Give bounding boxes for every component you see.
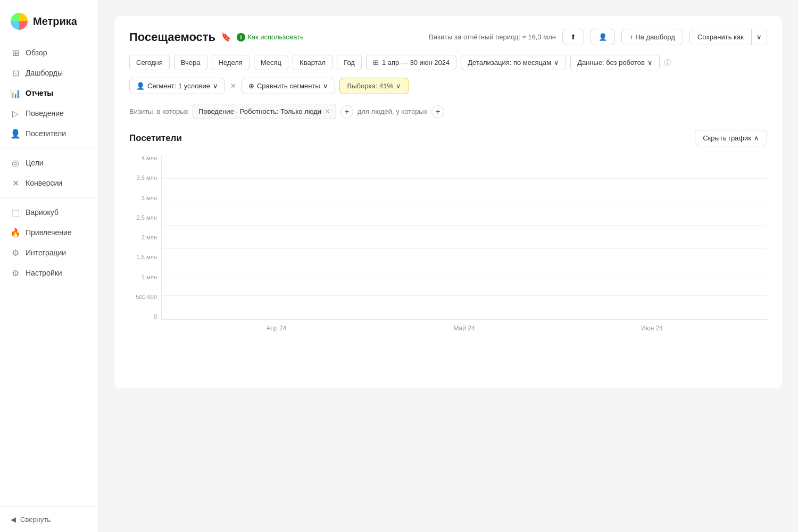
compare-label: Сравнить сегменты [257, 82, 320, 90]
sidebar-item-label: Посетители [26, 129, 66, 138]
export-button[interactable]: ⬆ [562, 29, 584, 45]
sidebar-item-label: Цели [26, 159, 44, 167]
x-label-group-apr: Апр 24 [207, 323, 346, 332]
chart-header: Посетители Скрыть график ∧ [129, 130, 767, 146]
segment-close-button[interactable]: ✕ [229, 81, 237, 91]
collapse-arrow-icon: ◀ [11, 516, 16, 523]
y-label-25m: 2,5 млн [137, 214, 157, 221]
save-dropdown-button[interactable]: ∨ [751, 29, 767, 45]
y-label-35m: 3,5 млн [137, 174, 157, 181]
data-text: Данные: без роботов [577, 59, 645, 66]
x-label-apr: Апр 24 [267, 325, 287, 332]
period-year-button[interactable]: Год [337, 55, 362, 70]
add-filter-button[interactable]: + [340, 105, 353, 118]
segment-icon: 👤 [136, 82, 145, 90]
add-to-dashboard-button[interactable]: + На дашборд [621, 29, 683, 45]
detail-text: Детализация: по месяцам [468, 59, 551, 66]
sidebar-item-label: Привлечение [26, 228, 72, 237]
sidebar-item-overview[interactable]: ⊞ Обзор [0, 43, 98, 63]
x-label-jun: Июн 24 [641, 325, 663, 332]
save-button-group: Сохранить как ∨ [689, 29, 767, 45]
collapse-label: Свернуть [20, 516, 51, 523]
sample-button[interactable]: Выборка: 41% ∨ [339, 78, 409, 94]
share-icon: 👤 [598, 33, 607, 41]
period-yesterday-button[interactable]: Вчера [174, 55, 207, 70]
chart-area [161, 155, 767, 320]
header-actions: Визиты за отчётный период: ≈ 16,3 млн ⬆ … [429, 29, 767, 45]
y-label-2m: 2 млн [142, 234, 157, 240]
hide-chart-button[interactable]: Скрыть график ∧ [695, 130, 767, 146]
goals-icon: ◎ [11, 158, 20, 168]
segment-button[interactable]: 👤 Сегмент: 1 условие ∨ [129, 78, 225, 94]
y-label-500k: 500 000 [136, 294, 157, 300]
dashboards-icon: ⊡ [11, 68, 20, 78]
sidebar-item-integrations[interactable]: ⚙ Интеграции [0, 243, 98, 263]
filter-tag: Поведение · Роботность: Только люди ✕ [193, 104, 336, 119]
visits-filter-label: Визиты, в которых [129, 107, 188, 115]
data-type-button[interactable]: Данные: без роботов ∨ [570, 55, 660, 70]
sidebar-item-goals[interactable]: ◎ Цели [0, 153, 98, 173]
bookmark-icon[interactable]: 🔖 [221, 32, 231, 42]
visits-summary-text: Визиты за отчётный период: ≈ 16,3 млн [429, 33, 556, 41]
x-label-group-jun: Июн 24 [583, 323, 721, 332]
sidebar-item-reports[interactable]: 📊 Отчеты [0, 83, 98, 103]
compare-button[interactable]: ⊕ Сравнить сегменты ∨ [242, 78, 335, 94]
attraction-icon: 🔥 [11, 228, 20, 237]
period-month-button[interactable]: Месяц [254, 55, 288, 70]
segment-row: 👤 Сегмент: 1 условие ∨ ✕ ⊕ Сравнить сегм… [129, 78, 767, 94]
visitors-icon: 👤 [11, 129, 20, 138]
info-dot-icon: i [237, 33, 245, 41]
chevron-up-icon: ∧ [754, 134, 759, 142]
sidebar-item-visitors[interactable]: 👤 Посетители [0, 123, 98, 144]
detail-button[interactable]: Детализация: по месяцам ∨ [461, 55, 566, 70]
compare-icon: ⊕ [248, 82, 254, 90]
hide-chart-label: Скрыть график [703, 134, 751, 142]
period-today-button[interactable]: Сегодня [129, 55, 170, 70]
logo-text: Метрика [33, 15, 77, 28]
save-button[interactable]: Сохранить как [690, 29, 751, 45]
settings-icon: ⚙ [11, 268, 20, 278]
filter-tag-close-button[interactable]: ✕ [325, 107, 330, 115]
period-row: Сегодня Вчера Неделя Месяц Квартал Год ⊞… [129, 55, 767, 70]
sidebar-item-label: Интеграции [26, 248, 66, 257]
page-title: Посещаемость [129, 30, 215, 44]
sidebar-item-attraction[interactable]: 🔥 Привлечение [0, 222, 98, 243]
chevron-down-icon: ∨ [554, 59, 559, 66]
export-icon: ⬆ [570, 33, 576, 41]
how-to-use-link[interactable]: i Как использовать [237, 33, 304, 41]
chart-section: Посетители Скрыть график ∧ 4 млн 3,5 млн… [129, 130, 767, 336]
chevron-down-icon: ∨ [396, 82, 401, 90]
add-people-filter-button[interactable]: + [431, 105, 444, 118]
chevron-down-icon: ∨ [757, 33, 762, 41]
y-label-4m: 4 млн [142, 155, 157, 161]
how-to-use-label: Как использовать [247, 33, 304, 41]
page-header: Посещаемость 🔖 i Как использовать Визиты… [129, 29, 767, 45]
sidebar-item-variocube[interactable]: ⬚ Вариокуб [0, 202, 98, 222]
chart-container: 4 млн 3,5 млн 3 млн 2,5 млн 2 млн 1,5 мл… [129, 155, 767, 336]
sidebar-item-dashboards[interactable]: ⊡ Дашборды [0, 63, 98, 83]
main-content: Посещаемость 🔖 i Как использовать Визиты… [98, 0, 798, 532]
period-week-button[interactable]: Неделя [212, 55, 250, 70]
x-label-group-may: Май 24 [395, 323, 534, 332]
chevron-down-icon: ∨ [647, 59, 653, 66]
y-label-0: 0 [154, 313, 157, 320]
sidebar-item-settings[interactable]: ⚙ Настройки [0, 263, 98, 283]
sidebar-item-behavior[interactable]: ▷ Поведение [0, 103, 98, 123]
content-card: Посещаемость 🔖 i Как использовать Визиты… [114, 16, 782, 388]
sidebar-item-label: Обзор [26, 48, 47, 57]
y-label-15m: 1,5 млн [137, 254, 157, 260]
data-info-icon[interactable]: ⓘ [664, 58, 671, 68]
chevron-down-icon: ∨ [213, 82, 218, 90]
conversions-icon: ✕ [11, 178, 20, 188]
sidebar-item-label: Настройки [26, 269, 62, 277]
period-quarter-button[interactable]: Квартал [293, 55, 332, 70]
date-range-button[interactable]: ⊞ 1 апр — 30 июн 2024 [366, 55, 456, 70]
chevron-down-icon: ∨ [323, 82, 328, 90]
sidebar-item-conversions[interactable]: ✕ Конверсии [0, 173, 98, 193]
bars-container [162, 155, 767, 319]
logo-area: Метрика [0, 0, 98, 40]
share-button[interactable]: 👤 [591, 29, 615, 45]
segment-label: Сегмент: 1 условие [147, 82, 210, 90]
sidebar-collapse[interactable]: ◀ Свернуть [0, 506, 98, 532]
sidebar-item-label: Вариокуб [26, 208, 59, 217]
